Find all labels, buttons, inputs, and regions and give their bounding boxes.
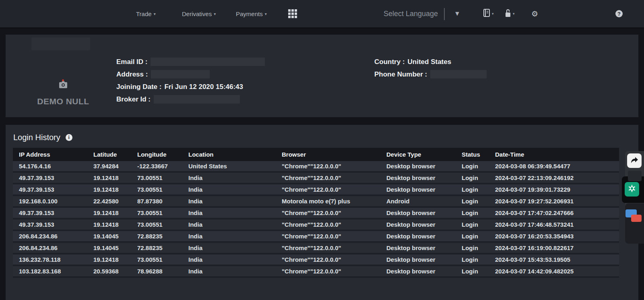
table-cell: Desktop browser bbox=[380, 266, 456, 278]
table-cell: 2024-03-07 14:42:09.482025 bbox=[489, 266, 619, 278]
table-cell: "Chrome""122.0.0.0" bbox=[276, 266, 380, 278]
redacted-address-value bbox=[151, 70, 210, 79]
column-header: Date-Time bbox=[489, 148, 619, 161]
table-cell: 2024-03-07 17:47:02.247666 bbox=[489, 208, 619, 219]
menu-derivatives-label: Derivatives bbox=[182, 10, 212, 17]
table-cell: 49.37.39.153 bbox=[13, 219, 87, 231]
table-cell: 78.96288 bbox=[131, 266, 182, 278]
redacted-phone-value bbox=[430, 70, 487, 79]
table-cell: 19.12418 bbox=[87, 184, 131, 196]
table-cell: "Chrome""122.0.0.0" bbox=[276, 219, 380, 231]
table-cell: Desktop browser bbox=[380, 184, 456, 196]
table-cell: Login bbox=[456, 196, 489, 208]
table-cell: 19.12418 bbox=[87, 254, 131, 266]
column-header: Latitude bbox=[87, 148, 131, 161]
table-cell: Desktop browser bbox=[380, 243, 456, 254]
table-cell: 73.00551 bbox=[131, 173, 182, 184]
table-row: 103.182.83.16820.5936878.96288India"Chro… bbox=[13, 266, 619, 278]
table-cell: 19.14045 bbox=[87, 231, 131, 243]
table-cell: 19.12418 bbox=[87, 173, 131, 184]
ledger-menu[interactable]: ▾ bbox=[483, 0, 494, 27]
divider bbox=[444, 8, 445, 20]
redacted-broker-id-value bbox=[154, 95, 240, 103]
table-row: 136.232.78.11819.1241873.00551India"Chro… bbox=[13, 254, 619, 266]
login-history-title-row: Login History i bbox=[6, 125, 638, 148]
table-cell: Login bbox=[456, 231, 489, 243]
security-menu[interactable]: ▾ bbox=[505, 0, 515, 27]
menu-trade[interactable]: Trade ▾ bbox=[136, 0, 156, 27]
chatgpt-extension-button[interactable] bbox=[625, 182, 639, 197]
table-row: 49.37.39.15319.1241873.00551India"Chrome… bbox=[13, 219, 619, 231]
caret-down-icon: ▾ bbox=[492, 12, 494, 16]
table-cell: "Chrome""122.0.0.0" bbox=[276, 161, 380, 173]
menu-trade-label: Trade bbox=[136, 10, 152, 17]
table-cell: "Chrome""122.0.0.0" bbox=[276, 254, 380, 266]
table-cell: Login bbox=[456, 208, 489, 219]
table-row: 206.84.234.8619.1404572.88235India"Chrom… bbox=[13, 231, 619, 243]
field-phone-label: Phone Number : bbox=[374, 70, 427, 79]
column-header: IP Address bbox=[13, 148, 87, 161]
lock-icon bbox=[505, 9, 511, 19]
field-address: Address : bbox=[116, 68, 265, 81]
chat-bubbles-extension-button[interactable] bbox=[625, 209, 642, 226]
field-phone: Phone Number : bbox=[374, 68, 487, 81]
login-history-title: Login History bbox=[13, 133, 60, 142]
table-cell: -122.33667 bbox=[131, 161, 182, 173]
extension-button-hidden[interactable] bbox=[628, 171, 642, 181]
field-country: Country : United States bbox=[374, 56, 487, 68]
top-navbar: Trade ▾ Derivatives ▾ Payments ▾ Select … bbox=[0, 0, 644, 29]
column-header: Location bbox=[182, 148, 276, 161]
table-cell: 2024-03-08 06:39:49.54477 bbox=[489, 161, 619, 173]
info-icon[interactable]: i bbox=[66, 134, 72, 141]
table-cell: 72.88235 bbox=[131, 243, 182, 254]
table-cell: 136.232.78.118 bbox=[13, 254, 87, 266]
table-cell: India bbox=[182, 266, 276, 278]
login-history-panel: Login History i IP AddressLatitudeLongit… bbox=[6, 125, 638, 300]
language-dropdown-icon[interactable]: ▼ bbox=[454, 0, 460, 27]
avatar: DEMO NULL bbox=[25, 81, 101, 106]
table-cell: 54.176.4.16 bbox=[13, 161, 87, 173]
settings-gear-icon[interactable]: ⚙ bbox=[531, 0, 538, 27]
column-header: Browser bbox=[276, 148, 380, 161]
table-cell: Login bbox=[456, 243, 489, 254]
table-cell: India bbox=[182, 173, 276, 184]
menu-payments[interactable]: Payments ▾ bbox=[236, 0, 267, 27]
table-cell: Android bbox=[380, 196, 456, 208]
table-row: 49.37.39.15319.1241873.00551India"Chrome… bbox=[13, 184, 619, 196]
profile-name: DEMO NULL bbox=[25, 97, 101, 106]
login-history-body: 54.176.4.1637.94284-122.33667United Stat… bbox=[13, 161, 619, 278]
help-icon[interactable]: ? bbox=[615, 0, 623, 27]
table-cell: Login bbox=[456, 266, 489, 278]
chatgpt-logo-icon bbox=[627, 184, 637, 195]
table-cell: Login bbox=[456, 173, 489, 184]
table-cell: 72.88235 bbox=[131, 231, 182, 243]
login-history-table: IP AddressLatitudeLongitudeLocationBrows… bbox=[13, 148, 619, 278]
table-cell: Login bbox=[456, 219, 489, 231]
share-extension-button[interactable] bbox=[627, 153, 642, 168]
menu-derivatives[interactable]: Derivatives ▾ bbox=[182, 0, 216, 27]
table-cell: 20.59368 bbox=[87, 266, 131, 278]
profile-card: DEMO NULL Email ID : Address : Joining D… bbox=[6, 35, 638, 117]
apps-grid-icon[interactable] bbox=[288, 9, 297, 18]
table-cell: 103.182.83.168 bbox=[13, 266, 87, 278]
table-cell: 2024-03-07 15:43:53.19505 bbox=[489, 254, 619, 266]
camera-icon[interactable] bbox=[59, 81, 68, 90]
table-cell: "Chrome""122.0.0.0" bbox=[276, 243, 380, 254]
table-row: 192.168.0.10022.4258087.87380IndiaMotoro… bbox=[13, 196, 619, 208]
table-cell: 19.12418 bbox=[87, 208, 131, 219]
column-header: Longitude bbox=[131, 148, 182, 161]
table-cell: India bbox=[182, 254, 276, 266]
field-broker-id-label: Broker Id : bbox=[116, 95, 151, 103]
table-cell: 87.87380 bbox=[131, 196, 182, 208]
table-cell: 206.84.234.86 bbox=[13, 243, 87, 254]
language-selector[interactable]: Select Language bbox=[384, 0, 438, 27]
table-cell: 22.42580 bbox=[87, 196, 131, 208]
table-cell: India bbox=[182, 219, 276, 231]
table-cell: "Chrome""122.0.0.0" bbox=[276, 173, 380, 184]
table-cell: Desktop browser bbox=[380, 219, 456, 231]
caret-down-icon: ▾ bbox=[214, 12, 216, 16]
redacted-email-value bbox=[151, 58, 265, 66]
table-cell: United States bbox=[182, 161, 276, 173]
table-cell: Desktop browser bbox=[380, 173, 456, 184]
table-cell: Login bbox=[456, 161, 489, 173]
